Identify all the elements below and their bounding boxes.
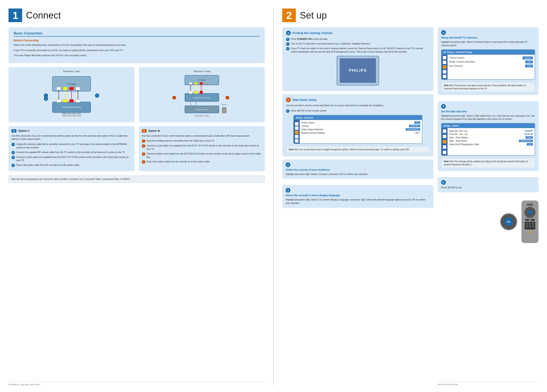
general-row-country: Country Germany [301, 125, 420, 127]
clock-value-setting: Auto [526, 136, 533, 139]
general-label-screensaver: Screen Saver [301, 121, 315, 124]
general-label-country: Country [301, 125, 309, 127]
channel-setup-title-text: Setup - Channel Setup [447, 51, 472, 53]
option-b-title: Option B [148, 129, 160, 132]
channel-setup-dialog: ⚙ Setup - Channel Setup [441, 49, 535, 80]
options-row: A Option A Use this connection if you ar… [8, 126, 265, 172]
list-item: 4 Plug in the power cable from the recor… [12, 163, 132, 167]
setup-step-5-box: 5 Set the date and time. Highlight and p… [438, 101, 539, 171]
channel-btn-edit[interactable]: Edit [525, 60, 533, 63]
channel-setup-title: ⚙ Setup - Channel Setup [442, 50, 535, 55]
channel-label-sort: Sort Channels [449, 65, 463, 67]
clock-dialog-title: Setup - Clock [442, 123, 535, 128]
svg-rect-25 [189, 82, 192, 85]
remote-lower-buttons [525, 219, 535, 221]
setup-number: 2 [282, 8, 296, 22]
step-num-4: 4 [12, 164, 15, 167]
clock-note: Note Note The settings will be updated a… [441, 158, 535, 168]
option-b-step-2: Connect a scart cable (not supplied) fro… [147, 144, 262, 151]
ok-button[interactable]: OK [504, 218, 513, 226]
svg-text:1: 1 [45, 95, 47, 97]
list-item: 1 Press STANDBY-ON on the recorder. [286, 37, 430, 41]
basic-setup-title-text: Start basic setup [293, 98, 316, 101]
list-item: 2 Turn on the TV and other connected dev… [286, 42, 430, 46]
option-a-step-2: Connect the supplied RF coaxial cable fr… [16, 151, 125, 154]
clock-row-time: Time (hh : mm : ss) 00:01:00 [449, 133, 533, 135]
gear-icon: ⚙ [444, 51, 446, 54]
step-4-title: Setup and install TV channels. [441, 36, 535, 39]
svg-rect-27 [200, 82, 203, 85]
diagram-b-top-label: Television ( rear) [193, 70, 211, 73]
basic-setup-step-1: Press SETUP on the remote control. [291, 109, 327, 113]
channel-btn-sort[interactable]: Sort [525, 65, 533, 67]
connect-title: Connect [26, 10, 61, 21]
diagram-a-top-label: Television ( rear) [63, 70, 80, 73]
svg-rect-26 [194, 82, 197, 85]
step-5-num: 5 [441, 104, 446, 109]
general-label-video: Video Output Selection [301, 128, 323, 131]
list-item: 1 Unplug the antenna cable that is curre… [12, 143, 132, 149]
step-2-text: Highlight and press right. Select { Coun… [286, 173, 430, 176]
sidebar-icon-1 [443, 56, 446, 59]
general-dialog: Setup - General [293, 115, 422, 144]
option-b-step-4: Plug in the power cable from the recorde… [147, 160, 210, 164]
option-a-step-1: Unplug the antenna cable that is current… [16, 143, 132, 149]
circle-b-1: 1 [286, 109, 289, 113]
clock-sidebar [442, 128, 448, 155]
sidebar-icon-2 [443, 61, 446, 64]
svg-text:2: 2 [174, 97, 175, 99]
channel-row-modify: Modify Channel Information Edit [449, 60, 533, 63]
setup-content: A Finding the viewing channel 1 Press ST… [282, 27, 539, 386]
step-num-b-2: 2 [142, 144, 145, 148]
setup-header: 2 Set up [282, 8, 539, 22]
step-5-title: Set the date and time. [441, 110, 535, 113]
sidebar-icon-3 [443, 70, 446, 73]
svg-text:4: 4 [96, 95, 97, 97]
setup-step-4-box: 4 Setup and install TV channels. Highlig… [438, 27, 539, 95]
setup-button-label: SETUP [527, 231, 533, 233]
svg-rect-36 [200, 91, 203, 94]
step-4-text: Highlight and press right. Select { Chan… [441, 40, 535, 47]
setup-left-col: A Finding the viewing channel 1 Press ST… [282, 27, 433, 386]
basic-setup-steps: 1 Press SETUP on the remote control. [286, 109, 430, 113]
step-3-text: Highlight and press right. Select { On S… [286, 198, 430, 205]
list-item: 3 If your TV does not switch to the corr… [286, 47, 430, 54]
clock-value-preset: P001/Ch003 [519, 140, 533, 142]
channel-label-modify: Modify Channel Information [449, 61, 475, 63]
finding-channel-title: A Finding the viewing channel [286, 31, 430, 35]
finding-channel-box: A Finding the viewing channel 1 Press ST… [282, 27, 433, 91]
svg-text:3: 3 [45, 98, 47, 100]
footer-left-text: DVDR3510V_qsg_eng_26222.indd 2 [8, 384, 40, 386]
channel-btn-search[interactable]: Search [522, 56, 533, 59]
channel-note: Note Note This process may take several … [441, 82, 535, 92]
step-3-title: Select the recorder's menu display langu… [286, 194, 430, 197]
finding-step-2: Turn on the TV and other connected devic… [291, 42, 371, 46]
step-num-1: 1 [12, 143, 15, 146]
clock-row-preset: Date - Time Preset P001/Ch003 [449, 140, 533, 142]
circle-3: 3 [286, 47, 289, 50]
diagram-b: Television ( rear) TV (rear) Philips Re [139, 67, 265, 122]
footer-left: DVDR3510V_qsg_eng_26222.indd 2 [8, 382, 265, 386]
clock-row-divx: Show DivX® Registration Code OK [449, 143, 533, 146]
svg-rect-21 [76, 99, 80, 102]
general-value-video: SCART RGB [406, 128, 420, 131]
clock-dialog-body: Date (dd / mm / yy) 01/01/07 Time (hh : … [442, 128, 535, 155]
svg-text:Antenna: Antenna [221, 104, 227, 105]
svg-text:4: 4 [227, 97, 228, 99]
finding-channel-steps: 1 Press STANDBY-ON on the recorder. 2 Tu… [286, 37, 430, 54]
step-num-3: 3 [12, 156, 15, 159]
svg-text:Philips Recorder (rear): Philips Recorder (rear) [62, 106, 81, 108]
basic-setup-title: B Start basic setup [286, 98, 430, 102]
clock-content: Date (dd / mm / yy) 01/01/07 Time (hh : … [448, 128, 535, 155]
setup-section: 2 Set up A Finding the viewing channel 1… [274, 8, 539, 386]
basic-connection-box: Basic Connection Before Connecting Selec… [8, 27, 265, 63]
connect-section: 1 Connect Basic Connection Before Connec… [8, 8, 274, 386]
finding-step-3: If your TV does not switch to the correc… [291, 47, 430, 54]
circle-2: 2 [286, 42, 289, 46]
ok-button-circle: OK [500, 213, 517, 230]
option-b-steps: 1 Keep the existing antenna connection f… [142, 139, 262, 164]
general-value-country: Germany [409, 125, 420, 127]
connect-note: Note See the accompanying user manual fo… [8, 176, 265, 183]
remote-ok-button[interactable] [528, 210, 532, 214]
tv-screen-placeholder: PHILIPS [336, 56, 379, 86]
